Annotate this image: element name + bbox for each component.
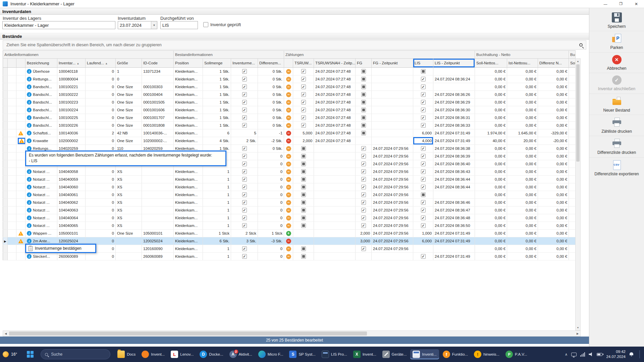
cell-lis[interactable]: ✓: [413, 106, 433, 114]
cell-lz[interactable]: [433, 83, 475, 91]
column-header-lz[interactable]: LIS - Zeitpunkt: [433, 59, 475, 68]
cell-size[interactable]: XS: [116, 176, 142, 183]
cell-dn[interactable]: 0,00 €: [538, 106, 569, 114]
cell-tsruw[interactable]: [293, 145, 314, 153]
cell-id[interactable]: 0001001808: [142, 122, 174, 129]
checkbox-checked-icon[interactable]: ✓: [421, 154, 426, 159]
cell-dn[interactable]: 0,00 €: [538, 168, 569, 176]
cell-sn[interactable]: 0,00 €: [475, 91, 507, 99]
cell-id[interactable]: 105000101: [142, 230, 174, 237]
cell-lz[interactable]: 24.07.2024 07:31:49: [433, 129, 475, 137]
cell-lis[interactable]: ✓: [413, 83, 433, 91]
cell-ist[interactable]: 0,00 €: [507, 199, 538, 206]
cell-bezeichnung[interactable]: iNotarzt ...: [25, 206, 57, 214]
cell-nr[interactable]: 104040058: [57, 168, 86, 176]
cell-pos[interactable]: Kleiderkam...: [174, 245, 203, 253]
cell-inv[interactable]: ✓: [231, 160, 258, 168]
cell-sn[interactable]: 0,00 €: [475, 168, 507, 176]
cell-pos[interactable]: Kleiderkam...: [174, 253, 203, 260]
cell-lis[interactable]: [413, 68, 433, 75]
cell-fz[interactable]: 24.07.2024 07:29:56: [372, 168, 413, 176]
cell-fg[interactable]: ✓: [356, 222, 372, 230]
checkbox-checked-icon[interactable]: ✓: [242, 77, 247, 81]
warning-icon[interactable]: !: [18, 131, 23, 135]
cell-lis[interactable]: ✓: [413, 145, 433, 153]
cell-nr[interactable]: 100100223: [57, 99, 86, 106]
notification-bell-icon[interactable]: [629, 352, 634, 356]
taskbar-app-p-a-v[interactable]: P.A.V...: [503, 349, 529, 359]
cell-lz[interactable]: 24.07.2024 08:36:40: [433, 160, 475, 168]
cell-lz[interactable]: 24.07.2024 07:31:49: [433, 137, 475, 145]
grid-row[interactable]: iBandschl...1001002260One Size0001001808…: [3, 122, 576, 129]
cell-tsruw[interactable]: [293, 176, 314, 183]
cell-inv[interactable]: ✓: [231, 145, 258, 153]
cell-size[interactable]: 0: [116, 75, 142, 83]
checkbox-checked-icon[interactable]: ✓: [242, 100, 247, 105]
cell-diff[interactable]: 0 Stk.: [258, 83, 284, 91]
cell-lfd[interactable]: 0: [86, 114, 116, 122]
cell-diff[interactable]: 0 Stk.: [258, 122, 284, 129]
cell-lfd[interactable]: 0: [86, 137, 116, 145]
cell-sol[interactable]: [569, 214, 576, 222]
checkbox-checked-icon[interactable]: ✓: [421, 254, 426, 259]
cell-tsruw[interactable]: [293, 222, 314, 230]
cell-tsruw[interactable]: ✓: [293, 106, 314, 114]
cell-soll[interactable]: 1: [203, 183, 231, 191]
cell-bezeichnung[interactable]: iNotarzt ...: [25, 222, 57, 230]
horizontal-scroll-thumb[interactable]: [9, 331, 367, 336]
checkbox-filled-icon[interactable]: [361, 69, 366, 74]
clock[interactable]: 09:42 24.07.2024: [606, 349, 626, 359]
horizontal-scrollbar[interactable]: ◀ ▶: [3, 330, 581, 337]
cell-sol[interactable]: [569, 245, 576, 253]
cell-dn[interactable]: 0,00 €: [538, 99, 569, 106]
cell-sol[interactable]: [569, 137, 576, 145]
cell-bezeichnung[interactable]: iWappen ...: [25, 230, 57, 237]
grid-row[interactable]: iNotarzt ...1040400620XSKleiderkam...1✓0…: [3, 199, 576, 206]
cell-tz[interactable]: 24.07.2024 07:27:48: [314, 91, 356, 99]
cell-lz[interactable]: 24.07.2024 08:36:47: [433, 206, 475, 214]
column-header-sol[interactable]: Sol: [569, 59, 576, 68]
cell-st[interactable]: −: [284, 245, 293, 253]
cell-st[interactable]: −: [284, 91, 293, 99]
cell-fz[interactable]: 24.07.2024 07:29:56: [372, 176, 413, 183]
cell-inv[interactable]: ✓: [231, 245, 258, 253]
cell-id[interactable]: 000100404: [142, 91, 174, 99]
cell-tsruw[interactable]: [293, 206, 314, 214]
taskbar-app-micro-f[interactable]: Micro F...: [256, 349, 286, 359]
cell-id[interactable]: 0001001707: [142, 114, 174, 122]
cell-tz[interactable]: [314, 168, 356, 176]
checkbox-checked-icon[interactable]: ✓: [421, 100, 426, 105]
cell-fg[interactable]: [356, 99, 372, 106]
checkbox-checked-icon[interactable]: ✓: [361, 200, 366, 205]
cell-tz[interactable]: [314, 153, 356, 160]
cell-tsruw[interactable]: [293, 153, 314, 160]
cell-fz[interactable]: 24.07.2024 07:29:56: [372, 230, 413, 237]
cell-ist[interactable]: 0,00 €: [507, 176, 538, 183]
cell-ist[interactable]: 0,00 €: [507, 206, 538, 214]
cell-ist[interactable]: 0,00 €: [507, 214, 538, 222]
cell-diff[interactable]: 0: [258, 153, 284, 160]
cell-pos[interactable]: Kleiderkam...: [174, 75, 203, 83]
cell-diff[interactable]: 0 Stk.: [258, 114, 284, 122]
cell-tsruw[interactable]: ✓: [293, 122, 314, 129]
action-differenzliste-exportieren[interactable]: Differenzliste exportieren: [589, 158, 644, 178]
cell-ist[interactable]: 0,00 €: [507, 222, 538, 230]
cell-lis[interactable]: ✓: [413, 253, 433, 260]
cell-inv[interactable]: ✓: [231, 168, 258, 176]
cell-tz[interactable]: [314, 214, 356, 222]
checkbox-filled-icon[interactable]: [301, 246, 306, 251]
checkbox-filled-icon[interactable]: [301, 146, 306, 151]
cell-soll[interactable]: 1: [203, 199, 231, 206]
cell-st[interactable]: −: [284, 214, 293, 222]
checkbox-checked-icon[interactable]: ✓: [361, 216, 366, 220]
cell-diff[interactable]: 0 Stk.: [258, 91, 284, 99]
cell-st[interactable]: −: [284, 206, 293, 214]
cell-ist[interactable]: 20,00 €: [507, 137, 538, 145]
cell-nr[interactable]: 104040060: [57, 183, 86, 191]
cell-lis[interactable]: ✓: [413, 99, 433, 106]
cell-inv[interactable]: ✓: [231, 153, 258, 160]
checkbox-checked-icon[interactable]: ✓: [242, 192, 247, 197]
info-icon[interactable]: i: [27, 185, 32, 189]
cell-st[interactable]: −: [284, 122, 293, 129]
column-header-inv[interactable]: Inventurme...: [231, 59, 258, 68]
